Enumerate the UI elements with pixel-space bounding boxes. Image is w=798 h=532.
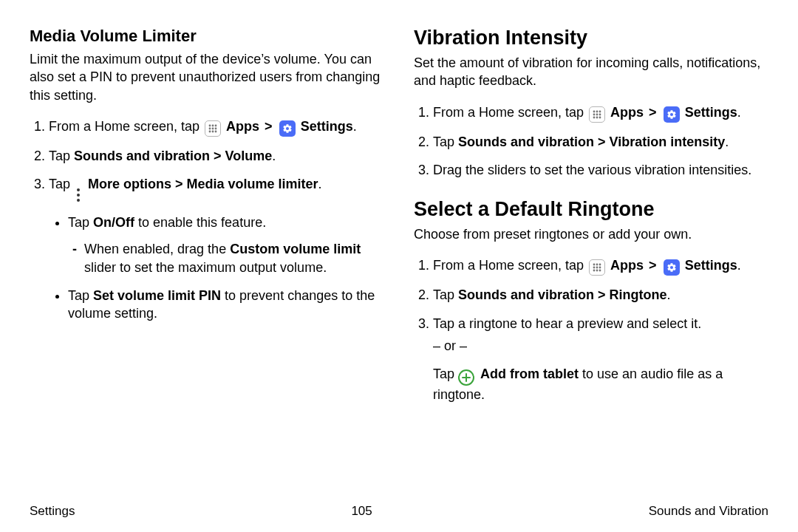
apps-icon [589,259,605,276]
svg-point-26 [599,270,601,272]
or-separator: – or – [433,337,768,355]
bold-text: Custom volume limit [230,242,361,256]
svg-point-2 [215,124,217,126]
svg-point-19 [596,264,598,266]
text: . [737,105,741,120]
apps-label: Apps [610,258,644,273]
settings-icon [664,259,680,276]
page-footer: Settings 105 Sounds and Vibration [30,504,768,519]
bullet-onoff: Tap On/Off to enable this feature. When … [68,214,384,276]
svg-point-9 [593,110,596,112]
bold-text: Set volume limit PIN [93,288,221,303]
sub-dashes: When enabled, drag the Custom volume lim… [68,240,384,276]
dash-custom-limit: When enabled, drag the Custom volume lim… [84,240,384,276]
add-from-tablet-label: Add from tablet [480,366,579,381]
step-3-alt: Tap Add from tablet to use an audio file… [433,365,768,403]
chevron: > [649,105,657,120]
svg-point-22 [596,267,598,269]
step-2: Tap Sounds and vibration > Volume. [49,147,384,165]
left-column: Media Volume Limiter Limit the maximum o… [30,27,384,415]
text: . [272,149,276,163]
apps-icon [589,106,605,123]
text: to use an audio file as a ringtone. [433,366,723,402]
settings-icon [279,120,296,137]
text: Tap [68,215,93,230]
svg-point-10 [596,110,598,112]
svg-point-8 [215,130,217,132]
text: . [667,287,671,302]
bullet-pin: Tap Set volume limit PIN to prevent chan… [68,287,384,323]
step-3: Drag the sliders to set the various vibr… [433,161,768,179]
svg-point-20 [599,264,601,266]
settings-label: Settings [301,119,353,134]
apps-icon [205,120,221,137]
svg-point-3 [209,127,211,129]
apps-label: Apps [226,119,259,134]
bold-text: Sounds and vibration > Vibration intensi… [458,134,725,149]
text: slider to set the maximum output volume. [84,260,327,275]
heading-media-volume-limiter: Media Volume Limiter [30,27,384,46]
svg-point-5 [215,127,217,129]
step-1: From a Home screen, tap Apps > Sett [49,117,384,137]
step-1: From a Home screen, tap Apps > Settings. [433,256,768,276]
settings-icon [664,106,680,123]
svg-point-21 [593,267,596,269]
text: Tap [433,134,458,149]
right-column: Vibration Intensity Set the amount of vi… [414,27,768,415]
text: From a Home screen, tap [433,105,587,120]
svg-point-13 [596,113,598,115]
text: to enable this feature. [134,215,266,230]
apps-label: Apps [610,105,644,120]
step-2: Tap Sounds and vibration > Vibration int… [433,133,768,151]
svg-point-1 [212,124,214,126]
intro-default-ringtone: Choose from preset ringtones or add your… [414,225,768,243]
svg-point-15 [593,116,596,118]
text: Tap a ringtone to hear a preview and sel… [433,316,701,331]
footer-page-number: 105 [351,504,372,519]
text: When enabled, drag the [84,242,230,256]
text: Tap [49,149,74,163]
text: . [318,177,322,191]
add-icon [458,369,474,386]
step-3: Tap More options > Media volume limiter.… [49,175,384,322]
svg-point-4 [212,127,214,129]
settings-label: Settings [685,258,737,273]
svg-point-18 [593,264,596,266]
svg-point-16 [596,116,598,118]
steps-media-volume-limiter: From a Home screen, tap Apps > Sett [30,117,384,323]
bold-text: More options > Media volume limiter [88,177,318,191]
text: Tap [433,287,458,302]
text: Drag the sliders to set the various vibr… [433,163,751,177]
chevron: > [265,119,273,134]
intro-vibration-intensity: Set the amount of vibration for incoming… [414,54,768,90]
intro-media-volume-limiter: Limit the maximum output of the device’s… [30,50,384,104]
svg-point-0 [209,124,211,126]
step-2: Tap Sounds and vibration > Ringtone. [433,286,768,304]
page-content: Media Volume Limiter Limit the maximum o… [0,0,798,415]
more-options-icon [74,187,83,203]
text: From a Home screen, tap [433,258,587,273]
svg-point-14 [599,113,601,115]
svg-point-6 [209,130,211,132]
svg-point-24 [593,270,596,272]
footer-right: Sounds and Vibration [649,504,768,519]
svg-point-12 [593,113,596,115]
svg-point-7 [212,130,214,132]
heading-vibration-intensity: Vibration Intensity [414,27,768,50]
text: Tap [433,366,458,381]
svg-point-25 [596,270,598,272]
svg-point-11 [599,110,601,112]
text: Tap [49,177,74,191]
svg-point-17 [599,116,601,118]
steps-vibration-intensity: From a Home screen, tap Apps > Settings.… [414,103,768,180]
text: . [725,134,729,149]
text: Tap [68,288,93,303]
text: From a Home screen, tap [49,119,203,134]
text: . [737,258,741,273]
step-1: From a Home screen, tap Apps > Settings. [433,103,768,123]
text: . [353,119,357,134]
bold-text: On/Off [93,215,134,230]
settings-label: Settings [685,105,737,120]
chevron: > [649,258,657,273]
bold-text: Sounds and vibration > Volume [74,149,272,163]
